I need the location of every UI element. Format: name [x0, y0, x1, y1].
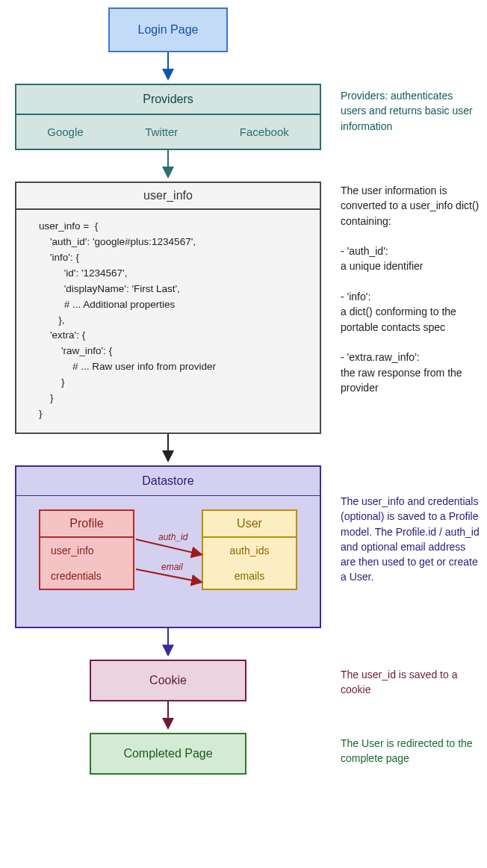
- arrow-datastore-to-cookie: [161, 628, 176, 660]
- arrow-cookie-to-completed: [161, 701, 176, 733]
- arrow-userinfo-to-datastore: [161, 434, 176, 465]
- login-page-label: Login Page: [138, 23, 199, 37]
- userinfo-note: The user information is converted to a u…: [329, 183, 480, 395]
- arrow-login-to-providers: [161, 52, 176, 84]
- provider-twitter: Twitter: [145, 125, 178, 138]
- userinfo-code: user_info = { 'auth_id': 'google#plus:12…: [16, 210, 320, 433]
- edge-label-email: email: [161, 562, 183, 572]
- datastore-box: Datastore Profile user_info credentials …: [15, 465, 321, 628]
- provider-facebook: Facebook: [240, 125, 289, 138]
- userinfo-box: user_info user_info = { 'auth_id': 'goog…: [15, 182, 321, 434]
- providers-box: Providers Google Twitter Facebook: [15, 84, 321, 150]
- providers-note: Providers: authenticates users and retur…: [329, 88, 480, 134]
- cookie-note: The user_id is saved to a cookie: [329, 667, 480, 698]
- provider-google: Google: [47, 125, 83, 138]
- completed-note: The User is redirected to the complete p…: [329, 736, 480, 766]
- diagram-container: Login Page Providers Google Twitter Face…: [7, 7, 480, 775]
- cookie-label: Cookie: [149, 674, 187, 687]
- login-page-box: Login Page: [108, 7, 228, 52]
- arrow-providers-to-userinfo: [161, 150, 176, 182]
- datastore-title: Datastore: [16, 467, 320, 496]
- providers-title: Providers: [16, 85, 320, 115]
- userinfo-title: user_info: [16, 183, 320, 210]
- datastore-note: The user_info and credentials (optional)…: [329, 494, 480, 585]
- completed-page-label: Completed Page: [123, 747, 212, 760]
- edge-label-authid: auth_id: [158, 532, 187, 542]
- providers-list: Google Twitter Facebook: [16, 115, 320, 149]
- cookie-box: Cookie: [90, 660, 246, 701]
- completed-page-box: Completed Page: [90, 733, 246, 775]
